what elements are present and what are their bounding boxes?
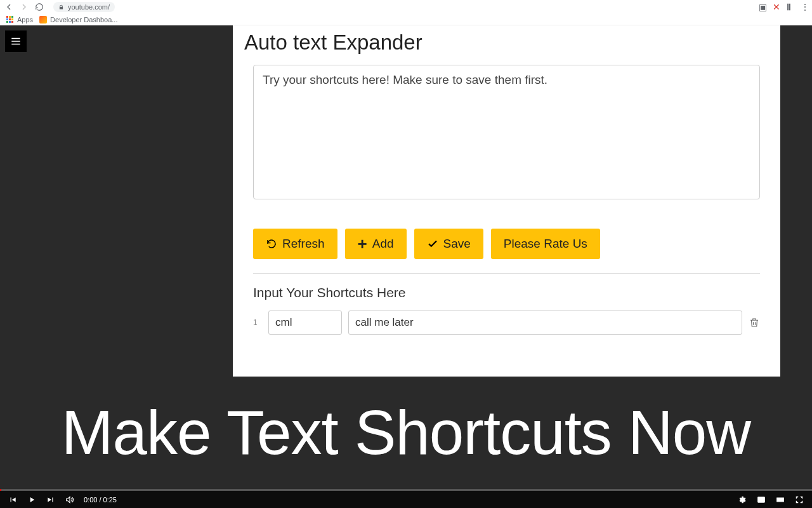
back-button[interactable]	[4, 2, 14, 12]
add-button[interactable]: + Add	[345, 229, 407, 259]
svg-rect-2	[777, 498, 784, 502]
trash-icon	[749, 317, 760, 328]
apps-label: Apps	[17, 16, 33, 23]
try-textarea[interactable]	[253, 65, 760, 199]
rate-label: Please Rate Us	[504, 237, 587, 251]
row-number: 1	[253, 318, 262, 327]
pause-icon[interactable]: Ⅱ	[787, 3, 794, 11]
address-bar[interactable]: youtube.com/	[53, 2, 115, 12]
add-label: Add	[372, 237, 394, 251]
save-label: Save	[443, 237, 471, 251]
hamburger-menu[interactable]	[5, 30, 27, 52]
video-time: 0:00 / 0:25	[84, 496, 117, 504]
shortcuts-heading: Input Your Shortcuts Here	[253, 285, 760, 300]
refresh-icon	[266, 238, 277, 250]
shortcut-expansion-input[interactable]	[348, 311, 742, 335]
browser-nav-bar: youtube.com/ ▣ ✕ Ⅱ ⋮	[0, 0, 812, 14]
bookmarks-bar: Apps Developer Dashboa...	[0, 14, 812, 25]
extension-icon-2[interactable]: ✕	[773, 3, 780, 11]
fullscreen-button[interactable]	[794, 495, 804, 505]
video-page: Make Text Shortcuts Now 0:00 / 0:25 Auto…	[0, 25, 812, 508]
kebab-menu-icon[interactable]: ⋮	[801, 3, 808, 11]
theater-button[interactable]	[775, 495, 785, 505]
svg-rect-1	[761, 500, 764, 502]
shortcut-key-input[interactable]	[268, 311, 342, 335]
settings-button[interactable]	[737, 495, 747, 505]
overlay-headline: Make Text Shortcuts Now	[0, 397, 812, 469]
extension-popup: Auto text Expander Refresh + Add Save Pl…	[233, 25, 780, 377]
bookmark-item[interactable]: Developer Dashboa...	[39, 16, 117, 23]
shortcut-row: 1	[253, 311, 760, 335]
prev-button[interactable]	[8, 495, 18, 505]
check-icon	[427, 238, 438, 250]
popup-title: Auto text Expander	[233, 25, 780, 55]
reload-button[interactable]	[34, 2, 44, 12]
play-button[interactable]	[27, 495, 37, 505]
button-row: Refresh + Add Save Please Rate Us	[253, 229, 760, 259]
url-text: youtube.com/	[68, 3, 110, 11]
extension-icon[interactable]: ▣	[759, 3, 766, 11]
divider	[253, 273, 760, 274]
volume-button[interactable]	[65, 495, 75, 505]
rate-button[interactable]: Please Rate Us	[491, 229, 600, 259]
save-button[interactable]: Save	[414, 229, 483, 259]
webstore-icon	[39, 16, 47, 23]
refresh-button[interactable]: Refresh	[253, 229, 337, 259]
apps-grid-icon	[6, 16, 14, 23]
video-controls: 0:00 / 0:25	[0, 489, 812, 508]
miniplayer-button[interactable]	[756, 495, 766, 505]
delete-row-button[interactable]	[749, 317, 760, 328]
plus-icon: +	[358, 239, 367, 248]
refresh-label: Refresh	[282, 237, 325, 251]
bookmark-label: Developer Dashboa...	[50, 16, 117, 23]
next-button[interactable]	[46, 495, 56, 505]
apps-shortcut[interactable]: Apps	[6, 16, 33, 23]
forward-button[interactable]	[19, 2, 29, 12]
